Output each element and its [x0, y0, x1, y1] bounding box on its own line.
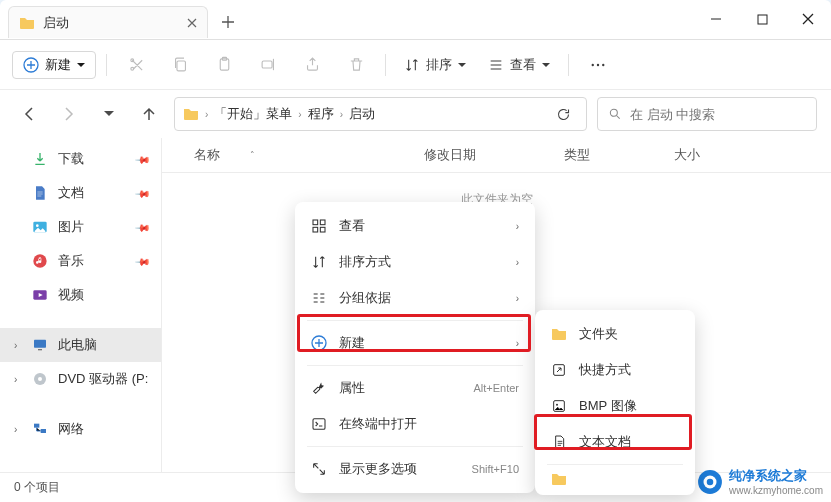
chevron-right-icon: › [516, 293, 519, 304]
maximize-button[interactable] [739, 0, 785, 38]
sidebar-item-label: 网络 [58, 420, 84, 438]
pin-icon[interactable]: 📌 [135, 253, 151, 269]
sidebar-item-videos[interactable]: 视频 [0, 278, 161, 312]
watermark-name: 纯净系统之家 [729, 468, 807, 483]
new-button[interactable]: 新建 [12, 51, 96, 79]
sub-folder[interactable]: 文件夹 [541, 316, 689, 352]
plus-circle-icon [23, 57, 39, 73]
cut-icon[interactable] [117, 48, 155, 82]
ctx-properties[interactable]: 属性 Alt+Enter [301, 370, 529, 406]
sort-icon [311, 254, 327, 270]
sidebar-item-label: 音乐 [58, 252, 84, 270]
svg-point-9 [610, 109, 617, 116]
chevron-right-icon[interactable]: › [14, 340, 17, 351]
chevron-right-icon: › [516, 257, 519, 268]
sub-label: 文本文档 [579, 433, 679, 451]
tab-active[interactable]: 启动 [8, 6, 208, 38]
chevron-right-icon[interactable]: › [14, 374, 17, 385]
pc-icon [32, 337, 48, 353]
pin-icon[interactable]: 📌 [135, 185, 151, 201]
chevron-right-icon[interactable]: › [298, 109, 301, 120]
svg-rect-14 [34, 340, 46, 348]
sidebar-item-network[interactable]: › 网络 [0, 412, 161, 446]
svg-rect-2 [176, 61, 185, 71]
sub-more-cut[interactable] [541, 469, 689, 489]
column-date[interactable]: 修改日期 [424, 146, 564, 164]
back-button[interactable] [14, 99, 44, 129]
divider [307, 320, 523, 321]
tab-close-icon[interactable] [187, 18, 197, 28]
forward-button[interactable] [54, 99, 84, 129]
copy-icon[interactable] [161, 48, 199, 82]
music-icon [32, 253, 48, 269]
sort-label: 排序 [426, 56, 452, 74]
sidebar-item-pictures[interactable]: 图片 📌 [0, 210, 161, 244]
ctx-more[interactable]: 显示更多选项 Shift+F10 [301, 451, 529, 487]
svg-rect-20 [320, 220, 325, 225]
svg-point-16 [38, 377, 42, 381]
sidebar-item-label: 图片 [58, 218, 84, 236]
ctx-new[interactable]: 新建 › [301, 325, 529, 361]
ctx-label: 查看 [339, 217, 504, 235]
sub-label: 快捷方式 [579, 361, 679, 379]
chevron-down-icon [77, 61, 85, 69]
sidebar-item-music[interactable]: 音乐 📌 [0, 244, 161, 278]
close-button[interactable] [785, 0, 831, 38]
column-size[interactable]: 大小 [674, 146, 764, 164]
pin-icon[interactable]: 📌 [135, 151, 151, 167]
ctx-terminal[interactable]: 在终端中打开 [301, 406, 529, 442]
search-input[interactable] [630, 107, 806, 122]
sub-shortcut[interactable]: 快捷方式 [541, 352, 689, 388]
video-icon [32, 287, 48, 303]
pin-icon[interactable]: 📌 [135, 219, 151, 235]
sort-caret-icon: ˄ [250, 150, 255, 160]
search-box[interactable] [597, 97, 817, 131]
ctx-label: 显示更多选项 [339, 460, 460, 478]
chevron-right-icon[interactable]: › [340, 109, 343, 120]
ctx-sort[interactable]: 排序方式 › [301, 244, 529, 280]
breadcrumb[interactable]: › 「开始」菜单 › 程序 › 启动 [174, 97, 587, 131]
paste-icon[interactable] [205, 48, 243, 82]
new-tab-button[interactable] [212, 6, 244, 38]
up-button[interactable] [134, 99, 164, 129]
crumb-2[interactable]: 启动 [349, 105, 375, 123]
more-icon[interactable] [579, 48, 617, 82]
divider [106, 54, 107, 76]
share-icon[interactable] [293, 48, 331, 82]
recent-dropdown[interactable] [94, 99, 124, 129]
sidebar-item-documents[interactable]: 文档 📌 [0, 176, 161, 210]
svg-point-7 [597, 63, 599, 65]
ctx-view[interactable]: 查看 › [301, 208, 529, 244]
address-bar: › 「开始」菜单 › 程序 › 启动 [0, 90, 831, 138]
group-icon [311, 290, 327, 306]
sidebar-item-dvd[interactable]: › DVD 驱动器 (P: [0, 362, 161, 396]
view-button[interactable]: 查看 [480, 48, 558, 82]
crumb-0[interactable]: 「开始」菜单 [214, 105, 292, 123]
svg-point-11 [36, 224, 39, 227]
chevron-right-icon[interactable]: › [14, 424, 17, 435]
chevron-right-icon[interactable]: › [205, 109, 208, 120]
divider [0, 312, 161, 328]
column-name[interactable]: 名称 ˄ [194, 146, 424, 164]
sub-bmp[interactable]: BMP 图像 [541, 388, 689, 424]
sub-text[interactable]: 文本文档 [541, 424, 689, 460]
svg-point-27 [556, 404, 558, 406]
ctx-label: 属性 [339, 379, 461, 397]
minimize-button[interactable] [693, 0, 739, 38]
refresh-icon[interactable] [548, 99, 578, 129]
new-button-label: 新建 [45, 56, 71, 74]
download-icon [32, 151, 48, 167]
delete-icon[interactable] [337, 48, 375, 82]
sidebar-item-label: DVD 驱动器 (P: [58, 370, 148, 388]
svg-rect-18 [41, 429, 46, 433]
sub-label: BMP 图像 [579, 397, 679, 415]
sort-button[interactable]: 排序 [396, 48, 474, 82]
network-icon [32, 421, 48, 437]
divider [307, 365, 523, 366]
crumb-1[interactable]: 程序 [308, 105, 334, 123]
rename-icon[interactable] [249, 48, 287, 82]
column-type[interactable]: 类型 [564, 146, 674, 164]
sidebar-item-this-pc[interactable]: › 此电脑 [0, 328, 161, 362]
sidebar-item-downloads[interactable]: 下载 📌 [0, 142, 161, 176]
ctx-group[interactable]: 分组依据 › [301, 280, 529, 316]
